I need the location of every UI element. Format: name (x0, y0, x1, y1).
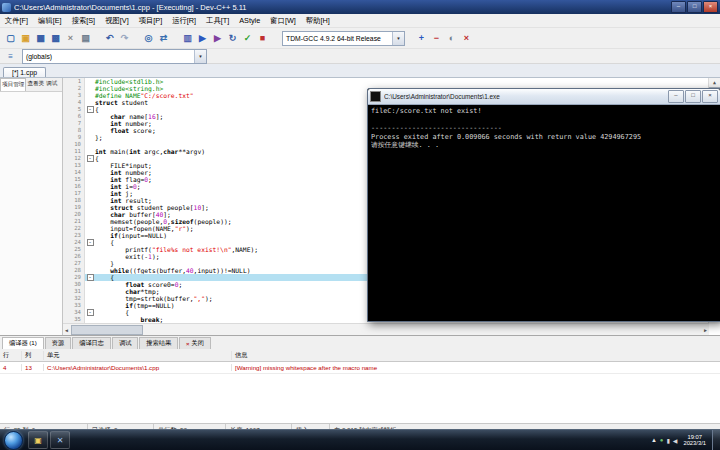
fold-toggle-icon[interactable]: - (87, 309, 94, 316)
fold-margin (85, 246, 95, 253)
compiler-select[interactable]: TDM-GCC 4.9.2 64-bit Release ▼ (282, 31, 405, 46)
table-cell: 4 (0, 364, 22, 371)
console-window[interactable]: C:\Users\Administrator\Documents\1.exe –… (367, 88, 720, 322)
open-file-icon[interactable]: ▣ (18, 31, 33, 45)
redo-icon[interactable]: ↷ (117, 31, 132, 45)
project-tree-panel[interactable] (0, 92, 62, 335)
tray-expand-icon[interactable]: ▲ (651, 437, 657, 443)
console-output[interactable]: fileC:/score.txt not exist! ------------… (368, 105, 720, 321)
remove-watch-icon[interactable]: − (429, 31, 444, 45)
console-app-icon (370, 91, 381, 102)
tray-volume-icon[interactable]: ◀ (673, 437, 678, 444)
close-icon: × (186, 341, 190, 347)
taskbar-explorer-icon[interactable]: ▣ (28, 431, 48, 449)
menu-item[interactable]: 视图[V] (100, 16, 134, 26)
chevron-down-icon[interactable]: ▼ (392, 32, 404, 45)
menu-item[interactable]: 运行[R] (167, 16, 201, 26)
menu-item[interactable]: 项目[P] (134, 16, 168, 26)
menu-item[interactable]: 窗口[W] (265, 16, 301, 26)
undo-icon[interactable]: ↶ (102, 31, 117, 45)
table-row[interactable]: 413C:\Users\Administrator\Documents\1.cp… (0, 362, 720, 374)
tray-safety-icon[interactable]: ● (660, 437, 664, 443)
menu-item[interactable]: 文件[F] (0, 16, 33, 26)
fold-margin[interactable]: - (85, 155, 95, 162)
dock-tab[interactable]: ×关闭 (179, 337, 211, 349)
table-header-cell: 信息 (232, 351, 720, 360)
close-file-icon[interactable]: × (63, 31, 78, 45)
fold-margin[interactable]: - (85, 239, 95, 246)
window-title: C:\Users\Administrator\Documents\1.cpp -… (14, 3, 671, 12)
fold-margin[interactable]: - (85, 274, 95, 281)
menu-item[interactable]: 编辑[E] (33, 16, 67, 26)
globals-select[interactable]: (globals) ▼ (22, 49, 207, 64)
fold-toggle-icon[interactable]: - (87, 239, 94, 246)
taskbar-devcpp-icon[interactable]: ✕ (50, 431, 70, 449)
dock-tab[interactable]: 搜索结果 (139, 337, 178, 349)
chevron-down-icon[interactable]: ▼ (194, 50, 206, 63)
menu-item[interactable]: 帮助[H] (301, 16, 335, 26)
console-minimize-button[interactable]: – (668, 90, 684, 103)
line-number: 19 (63, 204, 85, 211)
scroll-up-icon[interactable]: ▲ (711, 78, 718, 86)
code-line[interactable]: 1#include<stdlib.h> (63, 78, 709, 85)
sidebar-tab[interactable]: 项目管理 (0, 78, 26, 91)
rebuild-icon[interactable]: ↻ (225, 31, 240, 45)
scroll-right-icon[interactable]: ▶ (702, 326, 709, 334)
console-maximize-button[interactable]: □ (685, 90, 701, 103)
sidebar-tab[interactable]: 查看类 (26, 78, 45, 91)
dock-tab[interactable]: 调试 (112, 337, 138, 349)
debug-icon[interactable]: ✓ (240, 31, 255, 45)
new-file-icon[interactable]: ▢ (3, 31, 18, 45)
fold-margin[interactable]: - (85, 309, 95, 316)
save-all-icon[interactable]: ▩ (48, 31, 63, 45)
fold-margin (85, 92, 95, 99)
print-icon[interactable]: ▤ (78, 31, 93, 45)
title-bar: C:\Users\Administrator\Documents\1.cpp -… (0, 0, 720, 14)
project-sidebar: 项目管理查看类调试 (0, 78, 63, 335)
horizontal-scroll-thumb[interactable] (71, 325, 143, 335)
menu-item[interactable]: 搜索[S] (67, 16, 101, 26)
dock-tab[interactable]: 资源 (45, 337, 71, 349)
console-close-button[interactable]: × (702, 90, 718, 103)
globals-select-value: (globals) (26, 53, 52, 60)
close-button[interactable]: × (703, 1, 718, 13)
console-title-bar[interactable]: C:\Users\Administrator\Documents\1.exe –… (368, 89, 720, 105)
fold-toggle-icon[interactable]: - (87, 274, 94, 281)
replace-icon[interactable]: ⇄ (156, 31, 171, 45)
abort-icon[interactable]: × (459, 31, 474, 45)
start-button[interactable] (4, 431, 23, 450)
taskbar-clock[interactable]: 19:07 2023/3/1 (680, 434, 709, 447)
stop-icon[interactable]: ■ (255, 31, 270, 45)
scroll-left-icon[interactable]: ◀ (63, 326, 70, 334)
fold-toggle-icon[interactable]: - (87, 155, 94, 162)
compile-icon[interactable]: ▥ (180, 31, 195, 45)
fold-margin[interactable]: - (85, 106, 95, 113)
fold-margin (85, 162, 95, 169)
fold-toggle-icon[interactable]: - (87, 106, 94, 113)
profile-icon[interactable]: ◐ (444, 31, 459, 45)
editor-horizontal-scrollbar[interactable]: ◀ ▶ (63, 323, 709, 335)
console-line: fileC:/score.txt not exist! (371, 107, 717, 116)
sidebar-tab[interactable]: 调试 (45, 78, 58, 91)
class-browser-icon[interactable]: ≡ (3, 50, 18, 62)
console-line: -------------------------------- (371, 124, 717, 133)
find-icon[interactable]: ◎ (141, 31, 156, 45)
add-watch-icon[interactable]: + (414, 31, 429, 45)
show-desktop-button[interactable] (712, 430, 720, 450)
class-browser-toolbar: ≡ (globals) ▼ (0, 49, 720, 64)
compile-run-icon[interactable]: ▶ (210, 31, 225, 45)
run-icon[interactable]: ▶ (195, 31, 210, 45)
minimize-button[interactable]: – (671, 1, 686, 13)
line-number: 7 (63, 120, 85, 127)
menu-item[interactable]: 工具[T] (201, 16, 234, 26)
editor-tab-1cpp[interactable]: [*] 1.cpp (3, 67, 46, 77)
menu-item[interactable]: AStyle (234, 16, 265, 25)
save-icon[interactable]: ▦ (33, 31, 48, 45)
system-tray: ▲●▮◀ 19:07 2023/3/1 (651, 430, 720, 450)
line-number: 27 (63, 260, 85, 267)
dock-tab[interactable]: 编译器 (1) (2, 337, 44, 349)
dock-tab[interactable]: 编译日志 (72, 337, 111, 349)
maximize-button[interactable]: □ (687, 1, 702, 13)
tray-network-icon[interactable]: ▮ (666, 437, 669, 444)
fold-margin (85, 78, 95, 85)
